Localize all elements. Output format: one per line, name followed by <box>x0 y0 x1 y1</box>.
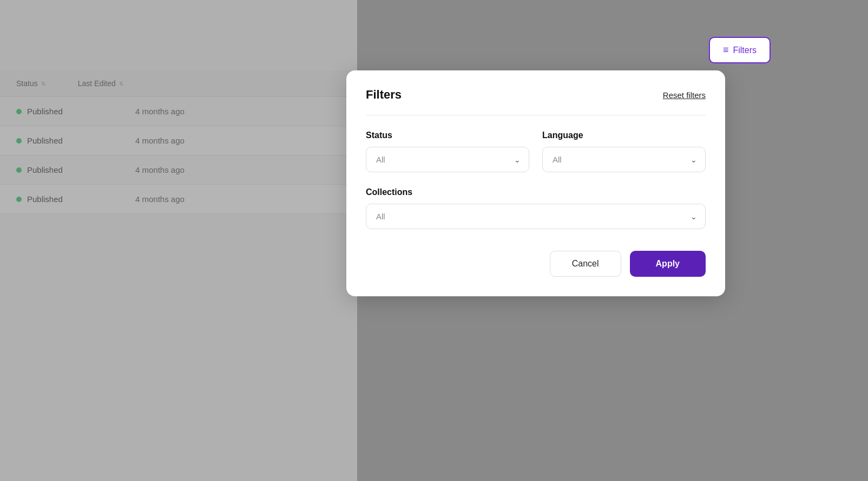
filter-lines-icon: ≡ <box>723 44 729 56</box>
collections-select[interactable]: All Blog News Products <box>366 204 706 229</box>
filter-row-status-language: Status All Published Draft Archived ⌄ La… <box>366 131 706 172</box>
reset-filters-button[interactable]: Reset filters <box>663 90 706 100</box>
language-select-wrapper: All English Spanish French ⌄ <box>542 147 706 172</box>
filters-button-label: Filters <box>733 46 757 55</box>
filter-panel: Filters Reset filters Status All Publish… <box>346 70 725 296</box>
collections-filter-label: Collections <box>366 187 706 197</box>
language-filter-group: Language All English Spanish French ⌄ <box>542 131 706 172</box>
filter-panel-header: Filters Reset filters <box>366 88 706 115</box>
filter-panel-title: Filters <box>366 88 402 102</box>
status-filter-group: Status All Published Draft Archived ⌄ <box>366 131 529 172</box>
collections-select-wrapper: All Blog News Products ⌄ <box>366 204 706 229</box>
language-select[interactable]: All English Spanish French <box>542 147 706 172</box>
filter-button-container: ≡ Filters <box>709 37 771 63</box>
language-filter-label: Language <box>542 131 706 140</box>
cancel-button[interactable]: Cancel <box>550 251 621 277</box>
status-select[interactable]: All Published Draft Archived <box>366 147 529 172</box>
status-filter-label: Status <box>366 131 529 140</box>
status-select-wrapper: All Published Draft Archived ⌄ <box>366 147 529 172</box>
filters-button[interactable]: ≡ Filters <box>709 37 771 63</box>
collections-filter-group: Collections All Blog News Products ⌄ <box>366 187 706 229</box>
apply-button[interactable]: Apply <box>630 251 706 277</box>
filter-actions: Cancel Apply <box>366 251 706 277</box>
